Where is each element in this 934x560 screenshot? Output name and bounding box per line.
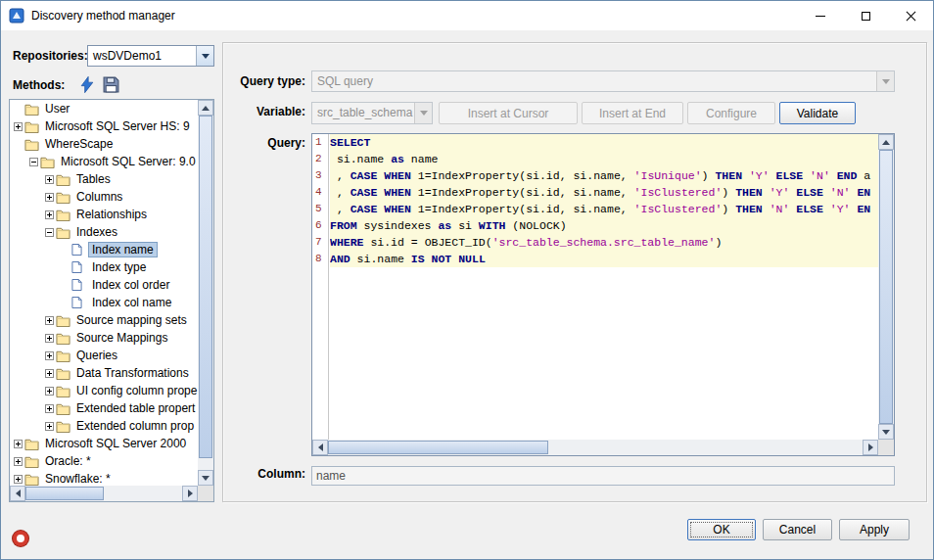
tree-item-index-col-name[interactable]: Index col name (10, 294, 198, 311)
scroll-right-button[interactable] (863, 440, 878, 455)
tree-item-index-name[interactable]: Index name (10, 241, 198, 258)
refresh-bolt-icon (80, 76, 94, 93)
tree-horizontal-scrollbar[interactable] (10, 486, 198, 501)
app-icon (9, 8, 24, 23)
minimize-button[interactable] (798, 1, 843, 30)
sql-query-editor[interactable]: 12345678 SELECT si.name as name , CASE W… (311, 133, 895, 456)
scroll-up-button[interactable] (198, 100, 213, 116)
window-title: Discovery method manager (31, 9, 175, 23)
expand-plus-icon[interactable] (14, 122, 23, 131)
tree-item-label: Source Mappings (72, 330, 171, 346)
expand-plus-icon[interactable] (45, 334, 54, 343)
scrollbar-thumb[interactable] (879, 150, 893, 424)
tree-item-microsoft-sql-server-2000[interactable]: Microsoft SQL Server 2000 (10, 435, 198, 452)
expand-plus-icon[interactable] (45, 175, 54, 184)
repositories-label: Repositories: (13, 45, 88, 67)
close-button[interactable] (888, 1, 933, 30)
tree-item-wherescape[interactable]: WhereScape (10, 135, 198, 153)
dialog-window: Discovery method manager Repositories: w… (0, 0, 934, 560)
save-methods-button[interactable] (101, 74, 120, 94)
maximize-icon (862, 12, 870, 21)
tree-item-source-mapping-sets[interactable]: Source mapping sets (10, 311, 198, 329)
scroll-up-button[interactable] (878, 134, 894, 150)
method-tree[interactable]: UserMicrosoft SQL Server HS: 9WhereScape… (9, 99, 214, 502)
scrollbar-thumb[interactable] (199, 116, 212, 458)
scroll-left-button[interactable] (10, 486, 25, 501)
scroll-down-button[interactable] (198, 470, 213, 486)
validate-button[interactable]: Validate (779, 102, 856, 124)
expand-plus-icon[interactable] (45, 387, 54, 396)
expand-plus-icon[interactable] (14, 457, 23, 466)
tree-item-indexes[interactable]: Indexes (10, 223, 198, 241)
apply-button[interactable]: Apply (839, 519, 910, 540)
minimize-icon (816, 16, 825, 17)
tree-vertical-scrollbar[interactable] (198, 100, 213, 486)
folder-icon (56, 209, 72, 221)
expand-plus-icon[interactable] (14, 475, 23, 484)
refresh-methods-button[interactable] (77, 74, 97, 94)
tree-item-label: Extended table propert (72, 400, 198, 416)
tree-item-queries[interactable]: Queries (10, 347, 198, 364)
expand-plus-icon[interactable] (45, 422, 54, 431)
scrollbar-thumb[interactable] (25, 487, 104, 500)
tree-item-microsoft-sql-server-9-0[interactable]: Microsoft SQL Server: 9.0 - (10, 153, 198, 170)
tree-item-label: Relationships (72, 207, 151, 222)
variable-value: src_table_schema (312, 103, 414, 123)
tree-item-user[interactable]: User (10, 100, 198, 117)
code-line-4: , CASE WHEN 1=IndexProperty(si.id, si.na… (330, 184, 878, 201)
arrow-down-icon (882, 430, 890, 435)
tree-item-label: User (41, 101, 73, 117)
methods-label: Methods: (13, 74, 65, 96)
dropdown-arrow-icon[interactable] (196, 46, 213, 66)
expand-plus-icon[interactable] (45, 404, 54, 413)
column-label: Column: (223, 467, 305, 481)
tree-item-microsoft-sql-server-hs-9[interactable]: Microsoft SQL Server HS: 9 (10, 117, 198, 135)
repository-select[interactable]: wsDVDemo1 (87, 45, 214, 67)
tree-item-label: Index type (88, 259, 150, 275)
tree-item-snowflake[interactable]: Snowflake: * (10, 470, 198, 486)
support-ring-icon[interactable] (13, 531, 28, 546)
cancel-button[interactable]: Cancel (763, 519, 832, 540)
maximize-button[interactable] (843, 1, 888, 30)
tree-item-relationships[interactable]: Relationships (10, 206, 198, 223)
document-icon (71, 243, 88, 257)
tree-item-columns[interactable]: Columns (10, 188, 198, 206)
dropdown-arrow-icon (414, 103, 432, 123)
tree-item-source-mappings[interactable]: Source Mappings (10, 329, 198, 347)
line-number: 7 (312, 234, 328, 251)
collapse-minus-icon[interactable] (45, 228, 54, 237)
scrollbar-thumb[interactable] (328, 441, 548, 454)
tree-item-index-col-order[interactable]: Index col order (10, 276, 198, 294)
expand-plus-icon[interactable] (45, 193, 54, 202)
collapse-minus-icon[interactable] (29, 158, 38, 166)
tree-item-label: Queries (72, 348, 121, 363)
expand-plus-icon[interactable] (14, 440, 23, 448)
scroll-down-button[interactable] (878, 424, 894, 440)
tree-item-extended-table-propert[interactable]: Extended table propert (10, 399, 198, 417)
tree-item-label: Snowflake: * (41, 471, 115, 486)
editor-horizontal-scrollbar[interactable] (312, 440, 878, 455)
tree-item-oracle[interactable]: Oracle: * (10, 452, 198, 470)
scroll-left-button[interactable] (312, 440, 328, 455)
scroll-right-button[interactable] (182, 486, 198, 501)
tree-item-label: Microsoft SQL Server HS: 9 (41, 118, 194, 134)
ok-button[interactable]: OK (687, 519, 756, 540)
tree-item-index-type[interactable]: Index type (10, 258, 198, 276)
code-line-2: si.name as name (330, 151, 878, 167)
line-number: 5 (312, 201, 328, 217)
folder-icon (56, 420, 72, 433)
expand-plus-icon[interactable] (45, 351, 54, 360)
code-line-5: , CASE WHEN 1=IndexProperty(si.id, si.na… (330, 201, 878, 217)
tree-item-ui-config-column-prope[interactable]: UI config column prope (10, 382, 198, 399)
column-input[interactable] (311, 466, 895, 486)
document-icon (71, 278, 88, 292)
tree-item-tables[interactable]: Tables (10, 170, 198, 188)
expand-plus-icon[interactable] (45, 210, 54, 219)
folder-icon (24, 473, 41, 486)
editor-vertical-scrollbar[interactable] (878, 134, 894, 440)
insert-at-cursor-button: Insert at Cursor (439, 102, 578, 124)
tree-item-data-transformations[interactable]: Data Transformations (10, 364, 198, 382)
expand-plus-icon[interactable] (45, 316, 54, 325)
tree-item-extended-column-prop[interactable]: Extended column prop (10, 417, 198, 435)
expand-plus-icon[interactable] (45, 369, 54, 378)
